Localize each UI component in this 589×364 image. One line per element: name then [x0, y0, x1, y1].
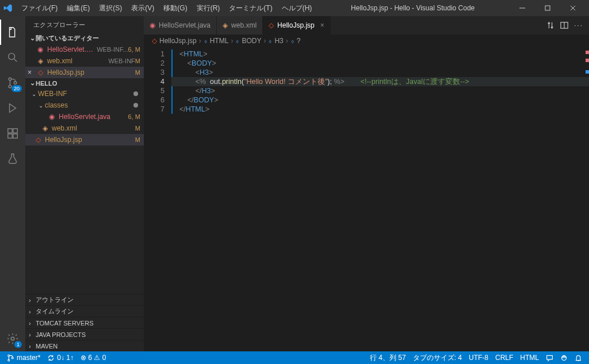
outline-panel[interactable]: ›アウトライン	[25, 294, 144, 305]
status-feedback-icon[interactable]	[542, 351, 557, 364]
status-tabsize[interactable]: タブのサイズ: 4	[410, 351, 465, 364]
html-file-icon: ◇	[36, 68, 45, 77]
menu-view[interactable]: 表示(V)	[127, 2, 158, 15]
status-cursor[interactable]: 行 4、列 57	[366, 351, 410, 364]
modified-dot-icon	[133, 103, 138, 108]
breadcrumb[interactable]: ◇ HelloJsp.jsp› ⬨ HTML› ⬨ BODY› ⬨ H3› ⬨ …	[144, 35, 589, 47]
svg-point-11	[8, 354, 10, 356]
activity-testing-icon[interactable]	[0, 146, 25, 171]
activity-run-icon[interactable]	[0, 95, 25, 121]
svg-rect-6	[13, 129, 17, 133]
timeline-panel[interactable]: ›タイムライン	[25, 305, 144, 317]
svg-point-3	[9, 85, 12, 88]
menu-terminal[interactable]: ターミナル(T)	[225, 2, 276, 15]
close-icon[interactable]: ×	[28, 68, 36, 76]
file-tree: ⌄ WEB-INF ⌄ classes ◉ HelloServlet.java …	[25, 88, 144, 294]
editor-tab[interactable]: ◉ HelloServlet.java	[144, 16, 217, 35]
open-editor-item[interactable]: × ◇ HelloJsp.jsp M	[25, 67, 144, 78]
open-editor-item[interactable]: ◉ HelloServlet.java WEB-INF... 6, M	[25, 44, 144, 55]
svg-rect-5	[8, 129, 12, 133]
menu-select[interactable]: 選択(S)	[95, 2, 126, 15]
svg-point-9	[11, 337, 14, 340]
tag-icon: ⬨	[268, 37, 272, 45]
editor-tabs: ◉ HelloServlet.java ◈ web.xml ◇ HelloJsp…	[144, 16, 589, 35]
svg-point-2	[9, 78, 12, 81]
compare-changes-icon[interactable]	[546, 21, 554, 29]
svg-point-12	[8, 359, 10, 361]
status-branch[interactable]: master*	[3, 351, 44, 364]
window-close[interactable]	[560, 0, 586, 16]
open-editor-item[interactable]: ◈ web.xml WEB-INF M	[25, 55, 144, 67]
overview-ruler[interactable]	[582, 47, 589, 351]
java-file-icon: ◉	[47, 112, 56, 121]
xml-file-icon: ◈	[40, 124, 49, 133]
modified-dot-icon	[133, 91, 138, 96]
line-numbers: 123 4567	[144, 47, 171, 351]
menu-help[interactable]: ヘルプ(H)	[278, 2, 316, 15]
html-file-icon: ◇	[33, 135, 43, 144]
tag-icon: ⬨	[235, 37, 239, 45]
more-actions-icon[interactable]: ···	[574, 21, 583, 29]
menu-edit[interactable]: 編集(E)	[63, 2, 94, 15]
settings-badge: 1	[14, 341, 22, 348]
html-file-icon: ◇	[152, 37, 157, 45]
scm-badge: 20	[12, 85, 22, 92]
editor-tab[interactable]: ◈ web.xml	[217, 16, 263, 35]
window-maximize[interactable]	[535, 0, 560, 16]
menu-go[interactable]: 移動(G)	[159, 2, 191, 15]
split-editor-icon[interactable]	[560, 21, 568, 29]
tag-icon: ⬨	[204, 37, 208, 45]
tomcat-panel[interactable]: ›TOMCAT SERVERS	[25, 317, 144, 328]
sidebar-bottom-panels: ›アウトライン ›タイムライン ›TOMCAT SERVERS ›JAVA PR…	[25, 294, 144, 351]
tab-close-icon[interactable]: ×	[320, 21, 324, 29]
tag-icon: ⬨	[290, 37, 294, 45]
vscode-logo-icon	[3, 3, 13, 13]
menu-bar: ファイル(F) 編集(E) 選択(S) 表示(V) 移動(G) 実行(R) ター…	[17, 2, 316, 15]
status-problems[interactable]: ⊗ 6 ⚠ 0	[77, 351, 109, 364]
title-bar: ファイル(F) 編集(E) 選択(S) 表示(V) 移動(G) 実行(R) ター…	[0, 0, 589, 16]
status-sync[interactable]: 0↓ 1↑	[44, 351, 77, 364]
activity-scm-icon[interactable]: 20	[0, 70, 25, 95]
editor-tab[interactable]: ◇ HelloJsp.jsp ×	[263, 16, 331, 35]
open-editors-header[interactable]: ⌄開いているエディター	[25, 33, 144, 44]
window-title: HelloJsp.jsp - Hello - Visual Studio Cod…	[316, 4, 510, 12]
folder-node[interactable]: ⌄ WEB-INF	[25, 88, 144, 99]
svg-rect-8	[13, 134, 17, 138]
status-notifications-icon[interactable]	[571, 351, 586, 364]
code-editor[interactable]: 123 4567 <HTML> <BODY> <H3> <% out.print…	[144, 47, 589, 351]
explorer-sidebar: エクスプローラー ⌄開いているエディター ◉ HelloServlet.java…	[25, 16, 144, 351]
folder-header[interactable]: ⌄HELLO	[25, 78, 144, 88]
xml-file-icon: ◈	[223, 21, 228, 29]
svg-point-4	[14, 82, 17, 85]
java-file-icon: ◉	[150, 21, 155, 29]
java-file-icon: ◉	[36, 45, 45, 54]
status-live-icon[interactable]	[557, 351, 571, 364]
java-projects-panel[interactable]: ›JAVA PROJECTS	[25, 328, 144, 340]
folder-node[interactable]: ⌄ classes	[25, 99, 144, 111]
maven-panel[interactable]: ›MAVEN	[25, 340, 144, 351]
activity-search-icon[interactable]	[0, 45, 25, 70]
status-eol[interactable]: CRLF	[492, 351, 517, 364]
activity-explorer-icon[interactable]	[0, 20, 25, 45]
file-node[interactable]: ◇ HelloJsp.jsp M	[25, 134, 144, 145]
xml-file-icon: ◈	[36, 56, 45, 66]
file-node[interactable]: ◉ HelloServlet.java 6, M	[25, 111, 144, 122]
window-minimize[interactable]	[510, 0, 535, 16]
activity-extensions-icon[interactable]	[0, 121, 25, 146]
status-bar: master* 0↓ 1↑ ⊗ 6 ⚠ 0 行 4、列 57 タブのサイズ: 4…	[0, 351, 589, 364]
status-encoding[interactable]: UTF-8	[465, 351, 492, 364]
file-node[interactable]: ◈ web.xml M	[25, 122, 144, 134]
status-language[interactable]: HTML	[517, 351, 542, 364]
activity-bar: 20 1	[0, 16, 25, 351]
svg-rect-7	[8, 134, 12, 138]
menu-run[interactable]: 実行(R)	[193, 2, 224, 15]
activity-settings-icon[interactable]: 1	[0, 326, 25, 351]
svg-rect-0	[545, 6, 550, 10]
svg-point-1	[9, 53, 15, 60]
menu-file[interactable]: ファイル(F)	[17, 2, 62, 15]
html-file-icon: ◇	[269, 21, 274, 29]
explorer-title: エクスプローラー	[25, 16, 144, 33]
editor-area: ◉ HelloServlet.java ◈ web.xml ◇ HelloJsp…	[144, 16, 589, 351]
svg-point-13	[12, 357, 13, 359]
